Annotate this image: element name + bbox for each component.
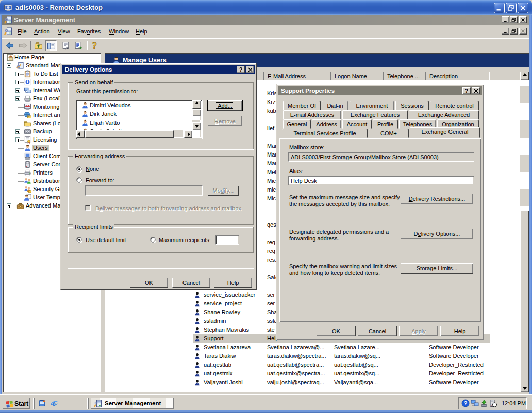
show-tree-button[interactable] bbox=[45, 40, 57, 51]
max-recipients-label[interactable]: Maximum recipients: bbox=[159, 237, 211, 243]
ok-button[interactable]: OK bbox=[317, 326, 356, 336]
server-management-task-button[interactable]: Server Management bbox=[91, 398, 174, 409]
menu-help[interactable]: Help bbox=[136, 28, 147, 36]
rd-restore-button[interactable] bbox=[506, 3, 517, 13]
scroll-thumb[interactable] bbox=[85, 130, 174, 138]
tab-address[interactable]: Address bbox=[312, 119, 341, 129]
tab-exchange-features[interactable]: Exchange Features bbox=[342, 110, 408, 119]
scroll-up-button[interactable] bbox=[192, 100, 201, 109]
tray-server-icon[interactable] bbox=[489, 399, 497, 407]
max-recipients-radio[interactable] bbox=[150, 237, 156, 243]
ok-button[interactable]: OK bbox=[130, 278, 168, 288]
collapse-icon[interactable] bbox=[7, 63, 11, 68]
tab-profile[interactable]: Profile bbox=[373, 119, 398, 129]
export-list-icon[interactable] bbox=[74, 41, 83, 50]
support-properties-titlebar[interactable]: Support Properties ? bbox=[278, 86, 482, 95]
list-row-svetlana-lazareva[interactable]: Svetlana LazarevaSvetlana.Lazareva@...Sv… bbox=[105, 343, 529, 352]
sm-capbtns-minimize-button[interactable] bbox=[502, 16, 509, 23]
apply-button[interactable]: Apply bbox=[399, 326, 438, 336]
alias-field[interactable]: Help Desk bbox=[288, 176, 474, 185]
expand-icon[interactable] bbox=[15, 72, 20, 76]
tab-exchange-advanced[interactable]: Exchange Advanced bbox=[409, 110, 479, 119]
column-header-blank[interactable] bbox=[489, 72, 520, 80]
sm-capbtns-restore-button[interactable] bbox=[510, 16, 518, 23]
grant-permission-listbox[interactable]: Dimitri VeloudosDirk JanekElijah VarttoG… bbox=[76, 100, 203, 139]
cancel-button[interactable]: Cancel bbox=[172, 278, 210, 288]
tab-terminal-services-profile[interactable]: Terminal Services Profile bbox=[282, 129, 368, 138]
delivery-options-button[interactable]: Delivery Options... bbox=[401, 229, 473, 239]
tab-dial-in[interactable]: Dial-in bbox=[322, 101, 348, 110]
listbox-vscrollbar[interactable] bbox=[192, 100, 201, 130]
start-button[interactable]: Start bbox=[3, 398, 30, 409]
menu-view[interactable]: View bbox=[58, 28, 70, 36]
tab-member-of[interactable]: Member Of bbox=[283, 101, 321, 110]
help-icon[interactable] bbox=[90, 41, 99, 50]
deliver-both-label[interactable]: Deliver messages to both forwarding addr… bbox=[95, 205, 241, 211]
properties-icon[interactable] bbox=[61, 41, 70, 50]
tray-help-icon[interactable] bbox=[461, 399, 470, 407]
delivery-options-titlebar[interactable]: Delivery Options ? bbox=[62, 65, 255, 74]
max-recipients-field[interactable] bbox=[215, 235, 239, 245]
tab-environment[interactable]: Environment bbox=[350, 101, 394, 110]
scroll-thumb[interactable] bbox=[520, 211, 529, 385]
tree-item-home-page[interactable]: Home Page bbox=[4, 54, 101, 62]
taskband-grip[interactable] bbox=[87, 398, 89, 409]
remove-button[interactable]: Remove bbox=[208, 116, 242, 126]
menu-file[interactable]: File bbox=[18, 28, 27, 36]
cancel-button[interactable]: Cancel bbox=[358, 326, 397, 336]
forward-to-radio[interactable] bbox=[76, 177, 82, 183]
column-header-e-mail-address[interactable]: E-Mail Address bbox=[264, 72, 331, 80]
scroll-down-button[interactable] bbox=[520, 384, 529, 392]
column-header-description[interactable]: Description bbox=[426, 72, 489, 80]
help-button[interactable]: Help bbox=[440, 326, 479, 336]
tray-eject-icon[interactable] bbox=[480, 399, 488, 407]
scroll-thumb[interactable] bbox=[192, 109, 201, 116]
rd-minimize-button[interactable] bbox=[494, 3, 505, 13]
dialog-help-button[interactable]: ? bbox=[237, 66, 245, 73]
expand-icon[interactable] bbox=[15, 80, 20, 84]
menu-favorites[interactable]: Favorites bbox=[77, 28, 101, 36]
expand-icon[interactable] bbox=[7, 203, 11, 208]
scroll-right-button[interactable] bbox=[184, 130, 192, 138]
back-icon[interactable] bbox=[5, 41, 14, 50]
expand-icon[interactable] bbox=[15, 137, 20, 142]
list-row-taras-diakiw[interactable]: Taras Diakiwtaras.diakiw@spectra...taras… bbox=[105, 352, 529, 360]
remote-desktop-titlebar[interactable]: adls0003 - Remote Desktop bbox=[0, 0, 532, 15]
tray-network-icon[interactable] bbox=[471, 399, 479, 407]
forward-to-field[interactable] bbox=[85, 185, 203, 196]
list-row-uat-qestmix[interactable]: uat.qestmixuat.qestmix@spectra...uat.qes… bbox=[105, 369, 529, 378]
sm-capbtns-close-button[interactable] bbox=[519, 16, 527, 23]
mmc-capbtns-restore-button[interactable] bbox=[510, 28, 518, 35]
menu-action[interactable]: Action bbox=[34, 28, 50, 36]
delivery-restrictions-button[interactable]: Delivery Restrictions... bbox=[401, 194, 473, 204]
tab-general[interactable]: General bbox=[283, 119, 311, 129]
none-radio[interactable] bbox=[76, 166, 82, 172]
deliver-both-checkbox[interactable] bbox=[85, 205, 91, 211]
list-vertical-scrollbar[interactable] bbox=[520, 72, 529, 392]
internet-explorer-icon[interactable] bbox=[50, 399, 58, 407]
mmc-capbtns-close-button[interactable] bbox=[519, 28, 527, 35]
tab-account[interactable]: Account bbox=[342, 119, 372, 129]
list-row-vaijayanti-joshi[interactable]: Vaijayanti Joshivaiju.joshi@spectraq...V… bbox=[105, 378, 529, 387]
tab-remote-control[interactable]: Remote control bbox=[430, 101, 479, 110]
tab-e-mail-addresses[interactable]: E-mail Addresses bbox=[283, 110, 341, 119]
console-menu-icon[interactable] bbox=[4, 27, 12, 36]
none-radio-label[interactable]: None bbox=[86, 166, 99, 172]
expand-icon[interactable] bbox=[15, 88, 20, 93]
use-default-label[interactable]: Use default limit bbox=[86, 237, 126, 243]
mmc-capbtns-minimize-button[interactable] bbox=[502, 28, 509, 35]
forward-to-radio-label[interactable]: Forward to: bbox=[86, 177, 114, 183]
expand-icon[interactable] bbox=[15, 96, 20, 101]
forward-icon[interactable] bbox=[19, 41, 27, 50]
tab-sessions[interactable]: Sessions bbox=[395, 101, 429, 110]
use-default-radio[interactable] bbox=[76, 237, 82, 243]
listbox-hscrollbar[interactable] bbox=[76, 130, 201, 137]
add-button[interactable]: Add... bbox=[208, 100, 242, 111]
storage-limits-button[interactable]: Storage Limits... bbox=[401, 263, 473, 274]
dialog-close-button[interactable] bbox=[472, 87, 480, 94]
tab-com-[interactable]: COM+ bbox=[369, 129, 409, 138]
menu-window[interactable]: Window bbox=[109, 28, 129, 36]
expand-icon[interactable] bbox=[15, 129, 20, 134]
rd-close-button[interactable] bbox=[518, 3, 528, 13]
server-management-titlebar[interactable]: Server Management bbox=[2, 15, 529, 25]
